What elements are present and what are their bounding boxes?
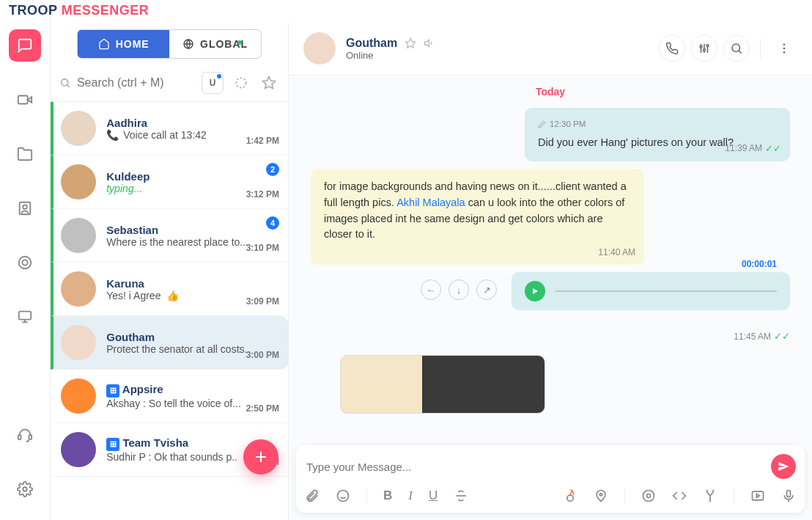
chat-avatar xyxy=(61,111,96,146)
svg-marker-40 xyxy=(756,494,759,498)
nav-contacts-icon[interactable] xyxy=(9,192,41,224)
video-clip-icon[interactable] xyxy=(750,488,765,503)
unread-filter-button[interactable]: U xyxy=(202,72,224,94)
attach-icon[interactable] xyxy=(305,488,320,503)
conversation-pane: Goutham Online xyxy=(289,22,812,520)
search-input[interactable] xyxy=(77,76,194,89)
header-status: Online xyxy=(346,50,435,61)
chat-item[interactable]: ⊞ AppsireAkshay : So tell the voice of..… xyxy=(51,370,288,423)
call-button[interactable] xyxy=(659,35,685,62)
audio-duration: 00:00:01 xyxy=(742,259,777,269)
star-icon[interactable] xyxy=(405,37,416,49)
chat-name: Sebastian xyxy=(106,224,278,236)
tab-home[interactable]: HOME xyxy=(78,30,169,58)
svg-marker-18 xyxy=(425,40,429,46)
svg-point-24 xyxy=(706,45,709,47)
mute-icon[interactable] xyxy=(424,37,435,49)
chat-avatar xyxy=(61,164,96,199)
nav-chat-icon[interactable] xyxy=(9,29,41,62)
favorites-star-icon[interactable] xyxy=(259,73,279,93)
chat-item[interactable]: GouthamProtect the senator at all costs.… xyxy=(51,316,288,370)
code-icon[interactable] xyxy=(672,488,687,503)
reply-arrows: ← ↓ ↗ xyxy=(421,279,497,300)
nav-status-icon[interactable] xyxy=(9,246,41,279)
nav-settings-icon[interactable] xyxy=(9,473,41,505)
chat-time: 3:12 PM xyxy=(246,189,279,199)
image-attachment[interactable] xyxy=(340,355,545,414)
more-menu-button[interactable] xyxy=(771,35,797,62)
chat-time: 3:00 PM xyxy=(246,350,279,360)
svg-marker-16 xyxy=(263,77,276,89)
search-chat-button[interactable] xyxy=(723,35,750,62)
send-button[interactable] xyxy=(771,454,796,479)
header-avatar[interactable] xyxy=(303,32,336,65)
chat-name: Aadhira xyxy=(106,117,278,129)
svg-point-31 xyxy=(338,491,349,502)
underline-icon[interactable]: U xyxy=(429,488,438,503)
svg-point-29 xyxy=(783,51,786,54)
outgoing-message[interactable]: 12:30 PM Did you ever Hang' pictures on … xyxy=(525,108,790,161)
app-logo: TROOP MESSENGER xyxy=(9,3,149,18)
nav-rail xyxy=(0,0,51,520)
nav-folder-icon[interactable] xyxy=(9,138,41,170)
message-input[interactable] xyxy=(305,456,764,477)
svg-point-13 xyxy=(62,79,68,86)
chat-time: 2:50 PM xyxy=(246,403,279,414)
svg-point-4 xyxy=(19,257,32,269)
audio-time: 11:45 AM xyxy=(734,332,771,342)
audio-track[interactable] xyxy=(556,290,777,292)
nav-support-icon[interactable] xyxy=(9,419,41,451)
message-time: 11:39 AM xyxy=(725,142,762,155)
settings-sliders-button[interactable] xyxy=(691,35,717,62)
search-icon xyxy=(59,76,71,89)
svg-point-36 xyxy=(599,494,602,496)
header-name: Goutham xyxy=(346,37,397,50)
chat-name: Goutham xyxy=(106,331,278,343)
emoji-icon[interactable] xyxy=(336,488,350,503)
chat-time: 3:10 PM xyxy=(246,243,279,253)
arrow-back-button[interactable]: ← xyxy=(421,279,441,300)
chat-time: 3:09 PM xyxy=(246,296,279,307)
nav-video-icon[interactable] xyxy=(9,84,41,116)
svg-point-38 xyxy=(647,494,651,498)
forkout-icon[interactable] xyxy=(703,488,717,503)
composer-toolbar: B I U xyxy=(305,479,796,504)
bold-icon[interactable]: B xyxy=(383,488,392,503)
location-icon[interactable] xyxy=(594,488,608,503)
global-indicator-dot xyxy=(237,40,242,45)
new-chat-fab[interactable]: + xyxy=(243,439,278,475)
chat-item[interactable]: SebastianWhere is the nearest place to..… xyxy=(51,209,288,263)
svg-point-35 xyxy=(567,495,573,501)
chat-item[interactable]: Aadhira📞 Voice call at 13:421:42 PM xyxy=(51,102,288,155)
arrow-down-button[interactable]: ↓ xyxy=(449,279,469,300)
italic-icon[interactable]: I xyxy=(408,488,413,503)
chat-name: ⊞ Appsire xyxy=(106,383,278,398)
svg-line-14 xyxy=(67,85,70,87)
svg-point-27 xyxy=(783,43,786,45)
chat-item[interactable]: KarunaYes! i Agree 👍3:09 PM xyxy=(51,263,288,316)
chat-avatar xyxy=(61,218,96,253)
mention-link[interactable]: Akhil Malayala xyxy=(396,197,465,208)
mic-icon[interactable] xyxy=(781,488,796,503)
svg-rect-41 xyxy=(787,491,791,497)
chat-time: 1:42 PM xyxy=(246,136,279,146)
record-icon[interactable] xyxy=(641,488,656,503)
tab-home-label: HOME xyxy=(116,38,150,50)
nav-desktop-icon[interactable] xyxy=(9,301,41,333)
burnout-icon[interactable] xyxy=(563,488,577,503)
incoming-message[interactable]: for image backgrounds and having news on… xyxy=(311,169,644,265)
filter-icon[interactable] xyxy=(231,73,251,93)
sidebar-tabs: HOME GLOBAL xyxy=(77,29,262,59)
edit-icon xyxy=(538,120,546,128)
svg-point-11 xyxy=(23,487,27,491)
strike-icon[interactable] xyxy=(454,488,468,503)
svg-point-28 xyxy=(783,48,786,50)
tab-global[interactable]: GLOBAL xyxy=(169,30,261,58)
conversation-header: Goutham Online xyxy=(289,22,812,76)
chat-item[interactable]: Kuldeeptyping...3:12 PM2 xyxy=(51,155,288,209)
audio-message[interactable]: 00:00:01 xyxy=(512,272,790,310)
arrow-forward-button[interactable]: ↗ xyxy=(476,279,497,300)
play-button[interactable] xyxy=(525,281,545,301)
svg-point-37 xyxy=(643,491,654,502)
unread-badge: 4 xyxy=(266,216,279,230)
